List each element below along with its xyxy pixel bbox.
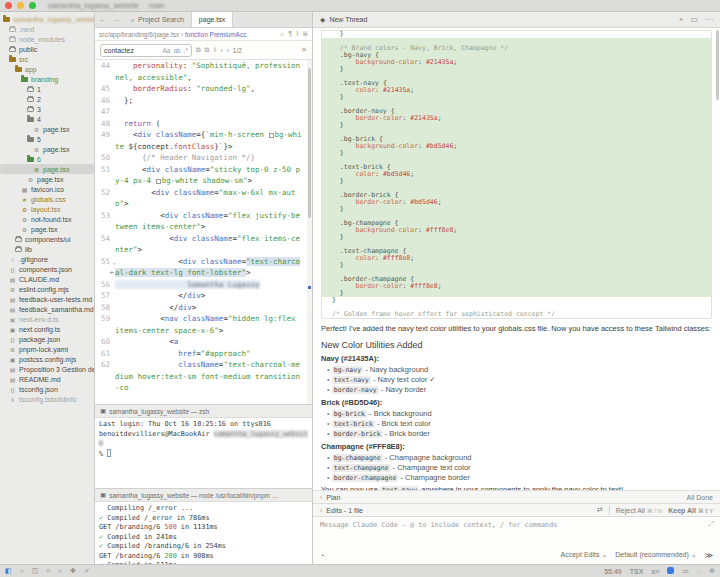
file-tree-item[interactable]: {}components.json: [0, 264, 94, 274]
message-input[interactable]: Message Claude Code — @ to include conte…: [313, 516, 720, 546]
tab-project-search[interactable]: ⌕ Project Search: [124, 12, 192, 27]
plan-row[interactable]: › Plan All Done: [313, 490, 720, 503]
file-tree-item[interactable]: {}package.json: [0, 334, 94, 344]
filter-icon[interactable]: ⌇: [213, 46, 216, 54]
file-tree-item[interactable]: ▣next-env.d.ts: [0, 314, 94, 324]
new-thread-icon[interactable]: +: [679, 15, 684, 24]
breadcrumb[interactable]: src/app/branding/6/page.tsx › function P…: [95, 28, 312, 41]
file-tree-item[interactable]: samantha_lugassy_website: [0, 14, 94, 24]
model-selector-dropdown[interactable]: Default (recommended) ⌄: [615, 551, 696, 559]
code-line[interactable]: 58 </div>: [95, 302, 312, 314]
titlebar[interactable]: samantha_lugassy_website main: [0, 0, 720, 12]
file-tree-item[interactable]: ⚙pnpm-lock.yaml: [0, 344, 94, 354]
terminal-1-tab[interactable]: ▣ samantha_lugassy_website — zsh: [95, 405, 312, 418]
history-icon[interactable]: ▭: [690, 15, 698, 24]
code-line[interactable]: 52 <div className="max-w-6xl mx-auto">: [95, 187, 312, 210]
keep-all-button[interactable]: Keep All ⌘⇧Y: [668, 507, 713, 514]
code-line[interactable]: 55⌄+ <div className="text-charcoal-dark …: [95, 256, 312, 279]
file-tree-item[interactable]: ▤feedback-user-tests.md: [0, 294, 94, 304]
selection-search-icon[interactable]: ⧉: [196, 46, 201, 54]
code-line[interactable]: 61 href="#approach": [95, 348, 312, 360]
code-line[interactable]: 54 <div className="flex items-center">: [95, 233, 312, 256]
code-line[interactable]: 49 <div className={`min-h-screen bg-whit…: [95, 129, 312, 152]
file-tree-item[interactable]: branding: [0, 74, 94, 84]
code-line[interactable]: 56 Samantha Lugassy: [95, 279, 312, 291]
nav-forward-icon[interactable]: →: [112, 15, 120, 24]
file-tree-item[interactable]: ⚙page.tsx: [0, 164, 94, 174]
file-tree-item[interactable]: app: [0, 64, 94, 74]
file-tree-item[interactable]: 1: [0, 84, 94, 94]
minimize-window-button[interactable]: [17, 2, 24, 9]
file-tree-item[interactable]: ⚙eslint.config.mjs: [0, 284, 94, 294]
terminal-1[interactable]: ▣ samantha_lugassy_website — zsh Last lo…: [95, 404, 312, 488]
file-tree-item[interactable]: ▤README.md: [0, 374, 94, 384]
profile-selector-icon[interactable]: ◔: [320, 552, 324, 559]
file-tree-item[interactable]: 3: [0, 104, 94, 114]
extensions-icon[interactable]: ✚: [70, 567, 76, 575]
inline-assist-icon[interactable]: ¶: [288, 30, 292, 38]
split-editor-icon[interactable]: ≣: [302, 30, 308, 38]
regex-icon[interactable]: .*: [184, 47, 188, 54]
file-tree-item[interactable]: ▤feedback_samantha.md: [0, 304, 94, 314]
file-tree-item[interactable]: ⑂.gitignore: [0, 254, 94, 264]
reject-all-button[interactable]: Reject All ⌘⇧N: [616, 507, 663, 514]
code-line[interactable]: 47: [95, 106, 312, 118]
edit-prediction-icon[interactable]: a≡: [651, 568, 659, 575]
project-panel-icon[interactable]: ◧: [5, 567, 12, 575]
file-tree-item[interactable]: ⚙page.tsx: [0, 174, 94, 184]
code-line[interactable]: 50 {/* Header Navigation */}: [95, 152, 312, 164]
edits-row[interactable]: › Edits - 1 file ⇄ Reject All ⌘⇧N Keep A…: [313, 503, 720, 516]
code-line[interactable]: 62 className="text-charcoal-medium hover…: [95, 359, 312, 394]
file-tree-item[interactable]: components/ui: [0, 234, 94, 244]
file-tree-item[interactable]: ▦favicon.ico: [0, 184, 94, 194]
file-tree-item[interactable]: ⚙page.tsx: [0, 224, 94, 234]
close-search-icon[interactable]: ✕: [301, 46, 307, 54]
file-tree-item[interactable]: ▤Proposition 3 Gestion des Prop: [0, 364, 94, 374]
project-panel[interactable]: samantha_lugassy_website.nextnode_module…: [0, 12, 95, 564]
file-tree-item[interactable]: ▣postcss.config.mjs: [0, 354, 94, 364]
code-line[interactable]: 48 return (: [95, 118, 312, 130]
terminal-2-tab[interactable]: ▣ samantha_lugassy_website — node /usr/l…: [95, 489, 312, 502]
code-line[interactable]: 59 <nav className="hidden lg:flex items-…: [95, 313, 312, 336]
review-diff-icon[interactable]: ⇄: [597, 506, 603, 514]
prev-match-button[interactable]: ‹: [221, 47, 223, 54]
code-line[interactable]: 60 <a: [95, 336, 312, 348]
code-line[interactable]: 46 };: [95, 95, 312, 107]
file-tree-item[interactable]: 2: [0, 94, 94, 104]
file-tree-item[interactable]: ▣next.config.ts: [0, 324, 94, 334]
nav-back-icon[interactable]: ←: [99, 15, 107, 24]
language-selector[interactable]: TSX: [630, 568, 644, 575]
file-tree-item[interactable]: ⚙page.tsx: [0, 124, 94, 134]
code-line[interactable]: 53 <div className="flex justify-between …: [95, 210, 312, 233]
notifications-icon[interactable]: ◌: [697, 568, 701, 575]
cursor-position[interactable]: 55:49: [604, 568, 622, 575]
assistant-scrollbar[interactable]: [716, 30, 719, 100]
assistant-panel-icon[interactable]: [667, 567, 674, 575]
file-tree-item[interactable]: ⚙not-found.tsx: [0, 214, 94, 224]
match-word-icon[interactable]: ab: [173, 47, 180, 54]
terminal-panel-icon[interactable]: ▭: [682, 567, 689, 575]
accept-edits-dropdown[interactable]: Accept Edits ⌄: [561, 551, 608, 559]
diagnostics-icon[interactable]: ✓: [84, 567, 90, 575]
file-tree-item[interactable]: lib: [0, 244, 94, 254]
search-input[interactable]: contactez Aa ab .*: [100, 44, 192, 57]
outline-panel-icon[interactable]: ⌗: [46, 567, 50, 575]
more-menu-icon[interactable]: ⋯: [705, 15, 713, 24]
expand-editor-icon[interactable]: ⤢: [708, 520, 714, 528]
file-tree-item[interactable]: 6: [0, 154, 94, 164]
code-line[interactable]: 44 personality: "Sophistiqué, profession…: [95, 60, 312, 83]
tab-page-tsx[interactable]: page.tsx: [192, 12, 233, 27]
file-tree-item[interactable]: ⚙layout.tsx: [0, 204, 94, 214]
search-icon[interactable]: ⌕: [58, 567, 62, 575]
code-line[interactable]: 57 </div>: [95, 290, 312, 302]
file-tree-item[interactable]: .next: [0, 24, 94, 34]
code-editor[interactable]: 44 personality: "Sophistiqué, profession…: [95, 60, 312, 404]
file-tree-item[interactable]: ▤CLAUDE.md: [0, 274, 94, 284]
assistant-conversation[interactable]: } /* Brand colors - Navy, Brick, Champag…: [313, 28, 720, 490]
file-tree-item[interactable]: ⚙page.tsx: [0, 144, 94, 154]
file-tree-item[interactable]: 4: [0, 114, 94, 124]
code-line[interactable]: 45 borderRadius: "rounded-lg",: [95, 83, 312, 95]
next-match-button[interactable]: ›: [227, 47, 229, 54]
terminal-2[interactable]: ▣ samantha_lugassy_website — node /usr/l…: [95, 488, 312, 564]
file-tree-item[interactable]: node_modules: [0, 34, 94, 44]
